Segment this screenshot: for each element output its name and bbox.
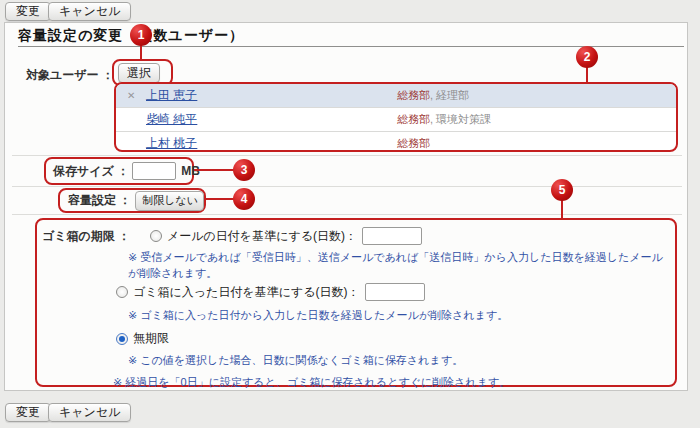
cancel-button-top[interactable]: キャンセル — [48, 2, 131, 21]
trash-option-mail-date-note: ※ 受信メールであれば「受信日時」、送信メールであれば「送信日時」から入力した日… — [128, 249, 673, 281]
user-name-link[interactable]: 柴崎 純平 — [146, 111, 197, 128]
annotation-badge-1: 1 — [130, 24, 152, 46]
annotation-box-3: 保存サイズ ： MB — [44, 157, 194, 185]
capacity-label: 容量設定 ： — [68, 192, 131, 209]
row-divider — [12, 214, 682, 215]
trash-period-label: ゴミ箱の期限 ： — [42, 228, 130, 245]
annotation-badge-5: 5 — [551, 179, 573, 201]
capacity-select-value: 制限しない — [136, 193, 204, 208]
user-org: 総務部 — [397, 136, 430, 151]
user-name-link[interactable]: 上田 恵子 — [146, 87, 197, 104]
save-size-label: 保存サイズ ： — [53, 163, 129, 180]
user-row: 柴崎 純平 総務部, 環境対策課 — [116, 107, 676, 131]
trash-option-indefinite-note: ※ この値を選択した場合、日数に関係なくゴミ箱に保存されます。 — [128, 352, 673, 368]
radio-mail-date[interactable] — [150, 230, 162, 242]
user-org-primary: 総務部 — [397, 137, 430, 149]
trash-option-trash-date-label: ゴミ箱に入った日付を基準にする(日数)： — [133, 284, 360, 301]
trash-option-trash-date: ゴミ箱に入った日付を基準にする(日数)： — [116, 283, 425, 301]
change-button-top[interactable]: 変更 — [5, 2, 51, 21]
row-divider — [12, 155, 682, 156]
change-button-bottom[interactable]: 変更 — [5, 403, 51, 422]
user-org-secondary: , 環境対策課 — [430, 113, 491, 125]
save-size-unit: MB — [181, 164, 200, 178]
user-org-secondary: , 経理部 — [430, 89, 469, 101]
annotation-badge-2: 2 — [576, 46, 598, 68]
trash-date-days-input[interactable] — [365, 283, 425, 301]
cancel-button-bottom[interactable]: キャンセル — [48, 403, 131, 422]
user-name-link[interactable]: 上村 桃子 — [146, 135, 197, 152]
annotation-line-5 — [561, 199, 563, 219]
capacity-select[interactable]: 制限しない ▲▼ — [135, 191, 204, 211]
trash-option-mail-date-label: メールの日付を基準にする(日数)： — [167, 228, 357, 245]
trash-option-indefinite-label: 無期限 — [133, 330, 169, 347]
remove-user-icon[interactable]: ✕ — [127, 90, 146, 101]
trash-option-trash-date-note: ※ ゴミ箱に入った日付から入力した日数を経過したメールが削除されます。 — [128, 307, 673, 323]
annotation-line-1 — [140, 44, 142, 61]
annotation-line-3 — [194, 169, 234, 171]
annotation-badge-3: 3 — [233, 159, 255, 181]
trash-footnote: ※ 経過日を「0日」に設定すると、ゴミ箱に保存されるとすぐに削除されます。 — [113, 374, 669, 390]
save-size-input[interactable] — [132, 162, 176, 180]
row-divider — [12, 186, 682, 187]
user-org-primary: 総務部 — [397, 89, 430, 101]
annotation-line-2 — [586, 66, 588, 84]
user-org: 総務部, 経理部 — [397, 88, 469, 103]
user-org: 総務部, 環境対策課 — [397, 112, 491, 127]
user-row: ✕ 上田 恵子 総務部, 経理部 — [116, 84, 676, 107]
trash-option-indefinite: 無期限 — [116, 330, 174, 347]
radio-indefinite[interactable] — [116, 333, 128, 345]
radio-trash-date[interactable] — [116, 286, 128, 298]
user-row: 上村 桃子 総務部 — [116, 131, 676, 152]
user-list: ✕ 上田 恵子 総務部, 経理部 柴崎 純平 総務部, 環境対策課 上村 桃子 … — [114, 82, 678, 152]
annotation-badge-4: 4 — [233, 188, 255, 210]
mail-date-days-input[interactable] — [362, 227, 422, 245]
user-org-primary: 総務部 — [397, 113, 430, 125]
trash-option-mail-date: メールの日付を基準にする(日数)： — [150, 227, 422, 245]
annotation-box-4: 容量設定 ： 制限しない ▲▼ — [58, 188, 206, 213]
annotation-line-4 — [206, 198, 234, 200]
target-user-label: 対象ユーザー ： — [26, 67, 114, 84]
select-user-button[interactable]: 選択 — [118, 63, 160, 83]
